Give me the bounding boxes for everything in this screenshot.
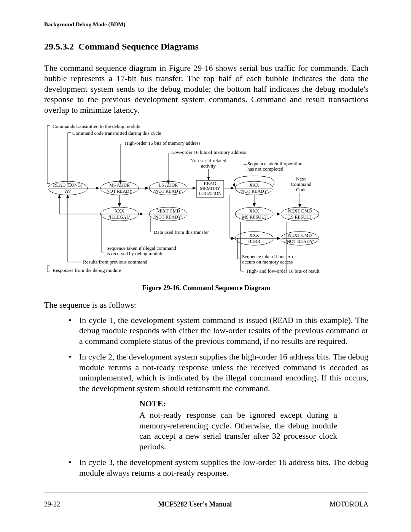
label-buserr2: occurs on memory access bbox=[242, 259, 293, 265]
bubble-read: READ (LONG) ??? bbox=[48, 181, 88, 195]
label-hilores: High- and low-order 16 bits of result bbox=[247, 268, 320, 274]
label-seqnc2: has not completed bbox=[247, 166, 284, 172]
bubble-msresult: XXX MS RESULT bbox=[235, 207, 273, 221]
figure-29-16: Commands transmitted to the debug module… bbox=[44, 123, 368, 283]
svg-text:MEMORY: MEMORY bbox=[200, 186, 220, 191]
label-buserr1: Sequence taken if bus error bbox=[242, 254, 296, 259]
bubble-lsaddr: LS ADDR 'NOT READY' bbox=[149, 181, 187, 195]
sequence-list-2: In cycle 3, the development system suppl… bbox=[65, 457, 368, 478]
label-seqnc1: Sequence taken if operation bbox=[247, 161, 303, 166]
label-hiaddr: High-order 16 bits of memory address bbox=[125, 140, 201, 146]
svg-text:LS ADDR: LS ADDR bbox=[159, 182, 178, 188]
section-heading: 29.5.3.2 Command Sequence Diagrams bbox=[44, 42, 368, 52]
bubble-msaddr: MS ADDR 'NOT READY' bbox=[100, 181, 139, 195]
section-title: Command Sequence Diagrams bbox=[78, 42, 199, 51]
svg-text:LOCATION: LOCATION bbox=[199, 191, 221, 196]
box-read-memory: READ MEMORY LOCATION bbox=[196, 181, 224, 197]
label-loaddr: Low-order 16 bits of memory address bbox=[171, 149, 246, 155]
page: Background Debug Mode (BDM) 29.5.3.2 Com… bbox=[0, 0, 411, 532]
svg-text:'NOT READY': 'NOT READY' bbox=[154, 189, 182, 194]
section-number: 29.5.3.2 bbox=[44, 42, 74, 51]
label-next3: Code bbox=[296, 187, 307, 192]
list-item: In cycle 1, the development system comma… bbox=[65, 315, 368, 347]
svg-text:LS RESULT: LS RESULT bbox=[288, 214, 312, 220]
note-body: A not-ready response can be ignored exce… bbox=[139, 410, 337, 452]
label-seqill2: is received by debug module bbox=[107, 251, 164, 256]
label-nonser1: Non-serial-related bbox=[190, 158, 226, 163]
footer-rule bbox=[44, 492, 368, 492]
page-footer: 29-22 MCF5282 User's Manual MOTOROLA bbox=[44, 500, 368, 508]
note-heading: NOTE: bbox=[139, 399, 368, 408]
label-next1: Next bbox=[296, 176, 306, 182]
svg-text:BERR: BERR bbox=[248, 239, 260, 244]
bubble-read-bot: ??? bbox=[65, 189, 71, 194]
command-sequence-diagram: Commands transmitted to the debug module… bbox=[44, 123, 369, 283]
footer-page: 29-22 bbox=[44, 500, 60, 508]
svg-text:READ: READ bbox=[204, 181, 217, 186]
footer-vendor: MOTOROLA bbox=[330, 500, 368, 508]
bubble-nextcmd-1: NEXT CMD 'NOT READY' bbox=[149, 207, 187, 221]
label-nonser2: activity bbox=[201, 163, 216, 169]
label-rx: Responses from the debug module bbox=[53, 267, 121, 273]
label-tx: Commands transmitted to the debug module bbox=[53, 123, 140, 129]
bubble-read-top: READ (LONG) bbox=[53, 182, 83, 188]
bubble-illegal: XXX 'ILLEGAL' bbox=[100, 207, 139, 221]
svg-text:'ILLEGAL': 'ILLEGAL' bbox=[109, 214, 130, 220]
svg-text:NEXT CMD: NEXT CMD bbox=[288, 233, 312, 238]
svg-text:'NOT READY': 'NOT READY' bbox=[286, 239, 314, 244]
label-resprev: Results from previous command bbox=[83, 259, 148, 265]
bubble-berr: XXX BERR bbox=[235, 232, 273, 245]
svg-text:XXX: XXX bbox=[249, 208, 259, 214]
svg-text:NEXT CMD: NEXT CMD bbox=[288, 208, 312, 214]
sequence-intro: The sequence is as follows: bbox=[44, 300, 368, 310]
svg-text:'NOT READY': 'NOT READY' bbox=[154, 214, 182, 220]
sequence-list: In cycle 1, the development system comma… bbox=[65, 315, 368, 394]
svg-text:NEXT CMD: NEXT CMD bbox=[156, 208, 180, 214]
label-next2: Command bbox=[291, 181, 312, 187]
bubble-nextcmd-nr: NEXT CMD 'NOT READY' bbox=[281, 232, 319, 245]
label-cmdcode: Command code transmitted during this cyc… bbox=[72, 130, 161, 136]
svg-text:XXX: XXX bbox=[249, 182, 259, 188]
intro-paragraph: The command sequence diagram in Figure 2… bbox=[44, 63, 368, 115]
running-head: Background Debug Mode (BDM) bbox=[44, 21, 368, 28]
label-seqill1: Sequence taken if illegal command bbox=[107, 245, 176, 251]
figure-caption: Figure 29-16. Command Sequence Diagram bbox=[44, 284, 368, 292]
bubble-lsresult: NEXT CMD LS RESULT bbox=[281, 207, 319, 221]
svg-text:XXX: XXX bbox=[115, 208, 124, 214]
svg-text:'NOT READY': 'NOT READY' bbox=[105, 189, 133, 194]
list-item: In cycle 2, the development system suppl… bbox=[65, 351, 368, 393]
bubble-xxx-notready: XXX 'NOT READY' bbox=[235, 181, 273, 195]
label-datatr: Data used from this transfer bbox=[154, 229, 209, 235]
svg-text:MS RESULT: MS RESULT bbox=[242, 214, 267, 220]
svg-text:MS ADDR: MS ADDR bbox=[109, 182, 130, 188]
figure-labels: Commands transmitted to the debug module… bbox=[53, 123, 320, 274]
svg-text:'NOT READY': 'NOT READY' bbox=[240, 189, 268, 194]
footer-title: MCF5282 User's Manual bbox=[60, 500, 330, 508]
list-item: In cycle 3, the development system suppl… bbox=[65, 457, 368, 478]
svg-text:XXX: XXX bbox=[249, 233, 259, 238]
